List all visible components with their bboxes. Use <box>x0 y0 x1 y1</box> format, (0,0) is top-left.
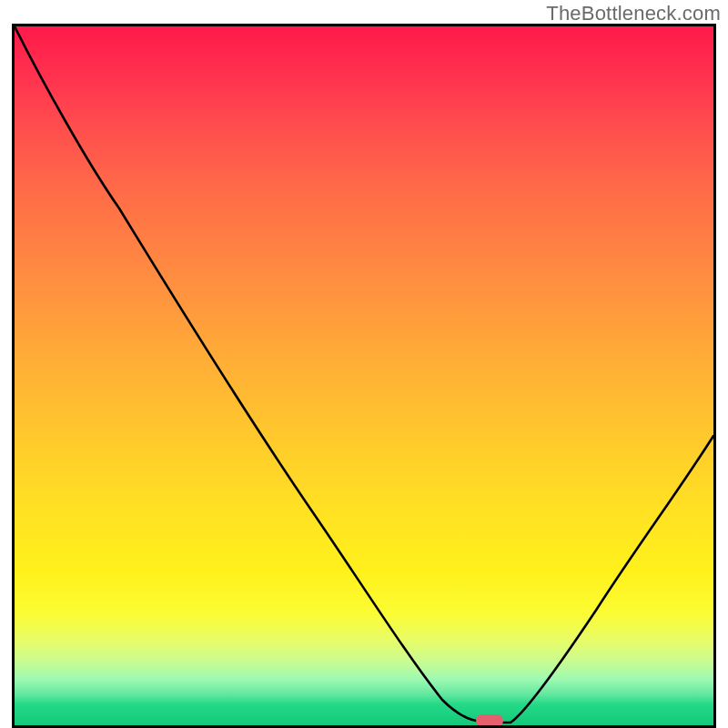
chart-curve-svg <box>15 26 713 725</box>
bottleneck-curve-line <box>15 26 713 723</box>
optimal-point-marker <box>476 714 503 727</box>
chart-plot-area <box>12 24 716 728</box>
watermark-text: TheBottleneck.com <box>546 2 721 25</box>
